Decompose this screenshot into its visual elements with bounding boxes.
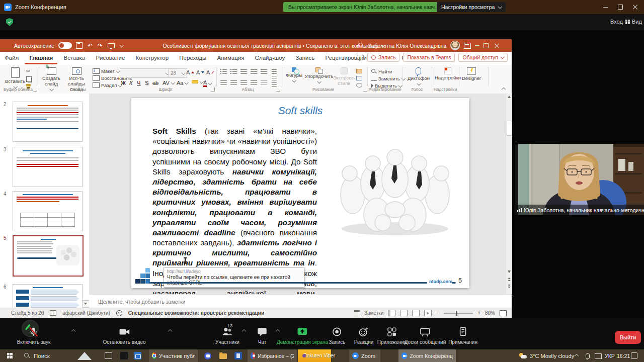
previous-slide-icon[interactable] xyxy=(507,278,511,281)
reading-view-button[interactable] xyxy=(412,310,420,316)
signin-button[interactable]: Вход xyxy=(610,19,623,25)
maximize-button[interactable] xyxy=(613,0,628,14)
ppt-restore-icon[interactable] xyxy=(484,43,489,48)
apps-button[interactable]: Приложения xyxy=(377,326,407,345)
designer-button[interactable]: Designer xyxy=(462,67,481,81)
whiteboards-button[interactable]: Доски сообщений xyxy=(405,326,446,345)
slide-title[interactable]: Soft skills xyxy=(131,105,469,117)
pinned-app-m[interactable] xyxy=(201,349,214,362)
task-zoom-meeting-window[interactable]: Zoom Конференция xyxy=(398,349,456,362)
align-center-button[interactable] xyxy=(230,80,237,86)
ppt-close-icon[interactable] xyxy=(495,43,500,48)
shape-fill-button[interactable] xyxy=(356,69,362,73)
present-in-teams-button[interactable]: Показать в Teams xyxy=(403,53,455,62)
collapse-ribbon-icon[interactable] xyxy=(502,87,506,92)
tray-mic[interactable] xyxy=(583,349,593,362)
participant-video-tile[interactable]: Юлія Заболотна, начальник навчально-мето… xyxy=(515,144,644,215)
notes-pane[interactable]: Щелкните, чтобы добавить заметки xyxy=(89,294,512,308)
tab-home[interactable]: Главная xyxy=(25,52,57,64)
normal-view-button[interactable] xyxy=(388,310,395,316)
bold-button[interactable]: Ж xyxy=(121,80,126,86)
tab-slideshow[interactable]: Слайд-шоу xyxy=(251,52,290,64)
drawing-dialog-launcher[interactable] xyxy=(363,87,367,92)
tab-animations[interactable]: Анимация xyxy=(212,52,249,64)
thumbnail-slide-4[interactable] xyxy=(13,191,83,231)
share-screen-button[interactable]: Демонстрация экрана xyxy=(277,326,328,345)
editor-scrollbar[interactable] xyxy=(506,94,512,294)
copy-icon[interactable] xyxy=(26,76,32,82)
increase-indent-button[interactable] xyxy=(251,69,257,75)
text-direction-button[interactable] xyxy=(272,69,277,75)
columns-button[interactable] xyxy=(261,80,267,86)
ribbon-display-icon[interactable] xyxy=(464,43,471,49)
shrink-font-button[interactable]: A xyxy=(196,69,204,75)
highlight-button[interactable] xyxy=(192,80,203,83)
tab-file[interactable]: Файл xyxy=(0,52,23,64)
language-indicator[interactable]: афарский (Джибути) xyxy=(62,310,110,316)
thumbnail-scroll-down-button[interactable] xyxy=(82,300,90,308)
shapes-button[interactable]: Фигуры xyxy=(286,67,302,82)
search-icon[interactable] xyxy=(358,43,364,49)
tab-draw[interactable]: Рисование xyxy=(91,52,129,64)
quick-styles-button[interactable]: Экспресс-стили xyxy=(333,67,355,86)
font-name-combobox[interactable] xyxy=(120,68,171,78)
paragraph-dialog-launcher[interactable] xyxy=(276,87,280,92)
zoom-slider[interactable] xyxy=(444,313,473,314)
next-slide-icon[interactable] xyxy=(507,285,511,288)
view-button[interactable]: Вид xyxy=(625,19,642,25)
font-color-button[interactable]: А xyxy=(203,80,211,87)
thumbnail-slide-2[interactable] xyxy=(13,102,83,142)
bullets-button[interactable] xyxy=(220,69,227,75)
slide-canvas[interactable]: Soft skills Soft Skills (так звані «м'як… xyxy=(131,98,469,288)
save-icon[interactable] xyxy=(76,42,83,49)
file-explorer[interactable] xyxy=(216,349,230,362)
zoom-slider-thumb[interactable] xyxy=(456,311,457,316)
ppt-minimize-icon[interactable] xyxy=(475,45,479,46)
strikethrough-button[interactable]: ab xyxy=(152,80,158,86)
fit-to-window-icon[interactable] xyxy=(500,310,507,316)
start-presentation-icon[interactable] xyxy=(108,43,115,48)
close-button[interactable] xyxy=(628,0,643,14)
zoom-out-button[interactable]: − xyxy=(436,310,439,316)
action-center[interactable] xyxy=(628,349,640,362)
slideshow-view-button[interactable] xyxy=(424,310,432,316)
zoom-in-button[interactable]: + xyxy=(477,310,480,316)
spellcheck-icon[interactable] xyxy=(50,310,56,316)
replace-button[interactable]: Заменить xyxy=(371,76,405,81)
pinned-app-doc[interactable] xyxy=(231,349,245,362)
grow-font-button[interactable]: A xyxy=(186,69,194,75)
change-case-button[interactable]: Aa xyxy=(177,80,188,86)
decrease-indent-button[interactable] xyxy=(240,69,247,75)
comments-icon[interactable] xyxy=(357,55,364,60)
annotations-button[interactable]: Примечания xyxy=(448,326,477,345)
participants-options-chevron[interactable] xyxy=(242,329,246,333)
task-zoom-window[interactable]: Zoom xyxy=(349,349,380,362)
user-avatar[interactable] xyxy=(450,41,460,50)
font-size-combobox[interactable]: 28 xyxy=(168,68,187,78)
task-view-button[interactable] xyxy=(102,349,115,362)
task-favorites-window[interactable]: Избранное – (22697) xyxy=(248,349,297,362)
accessibility-status[interactable]: Специальные возможности: проверьте реком… xyxy=(128,310,264,316)
taskbar-search[interactable]: Поиск xyxy=(21,349,53,362)
video-options-chevron[interactable] xyxy=(168,329,172,333)
paste-button[interactable]: Вставить xyxy=(5,67,25,88)
leave-meeting-button[interactable]: Выйти xyxy=(615,331,641,344)
zoom-percentage[interactable]: 80% xyxy=(485,310,495,316)
numbering-button[interactable] xyxy=(230,69,237,75)
arrange-button[interactable]: Упорядочить xyxy=(306,67,332,83)
participants-button[interactable]: 13 Участники xyxy=(215,326,239,345)
layout-button[interactable]: Макет xyxy=(93,68,119,74)
mic-options-chevron[interactable] xyxy=(71,329,75,333)
task-chrome-window[interactable]: Участник публикац... xyxy=(149,349,198,362)
reactions-button[interactable]: Реакции xyxy=(354,326,374,345)
scroll-down-icon[interactable] xyxy=(508,270,511,273)
stop-video-button[interactable]: Остановить видео xyxy=(103,326,145,345)
account-name[interactable]: Заболотна Юлія Олександрівна xyxy=(368,43,446,49)
chat-button[interactable]: Чат xyxy=(257,326,268,345)
tab-design[interactable]: Конструктор xyxy=(131,52,174,64)
addins-button[interactable]: Надстройки xyxy=(435,67,461,81)
align-text-button[interactable] xyxy=(272,76,277,81)
text-shadow-button[interactable]: S xyxy=(145,80,148,86)
align-left-button[interactable] xyxy=(220,80,227,86)
clear-formatting-button[interactable]: A xyxy=(206,69,214,75)
